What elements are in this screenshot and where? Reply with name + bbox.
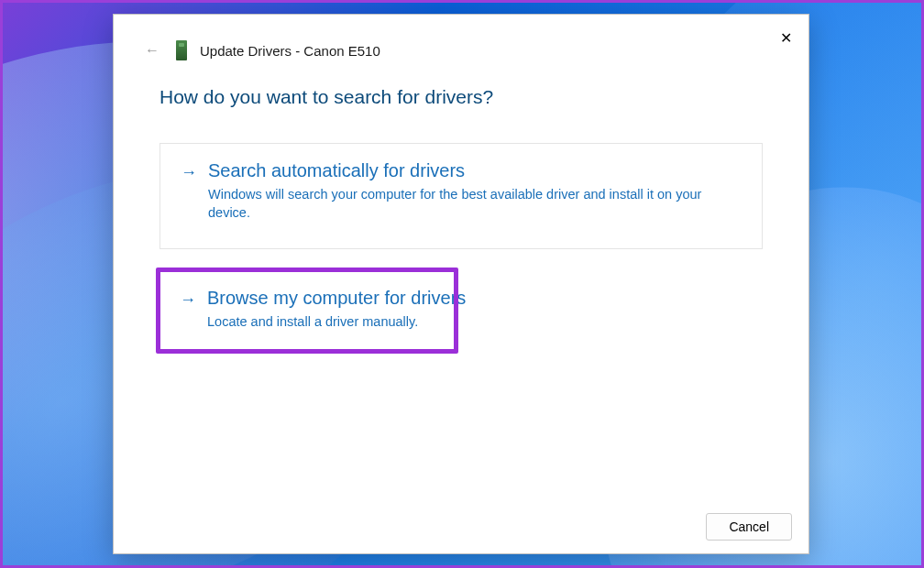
- dialog-content: How do you want to search for drivers? →…: [114, 60, 808, 500]
- dialog-header: ← Update Drivers - Canon E510: [114, 15, 808, 60]
- close-button[interactable]: ✕: [772, 24, 799, 51]
- option-description: Locate and install a driver manually.: [207, 312, 742, 331]
- option-search-automatically[interactable]: → Search automatically for drivers Windo…: [160, 143, 763, 249]
- dialog-footer: Cancel: [114, 500, 808, 553]
- cancel-button[interactable]: Cancel: [706, 513, 792, 541]
- option-browse-computer[interactable]: → Browse my computer for drivers Locate …: [160, 271, 763, 347]
- update-drivers-dialog: ✕ ← Update Drivers - Canon E510 How do y…: [113, 14, 809, 554]
- device-icon: [176, 40, 187, 60]
- page-heading: How do you want to search for drivers?: [160, 86, 763, 108]
- arrow-right-icon: →: [181, 160, 197, 184]
- option-description: Windows will search your computer for th…: [208, 185, 742, 223]
- back-button[interactable]: ←: [145, 42, 163, 59]
- arrow-right-icon: →: [180, 288, 196, 311]
- option-title: Search automatically for drivers: [208, 160, 742, 181]
- option-title: Browse my computer for drivers: [207, 288, 742, 309]
- back-arrow-icon: ←: [145, 42, 160, 58]
- close-icon: ✕: [780, 29, 792, 47]
- window-title: Update Drivers - Canon E510: [200, 43, 380, 59]
